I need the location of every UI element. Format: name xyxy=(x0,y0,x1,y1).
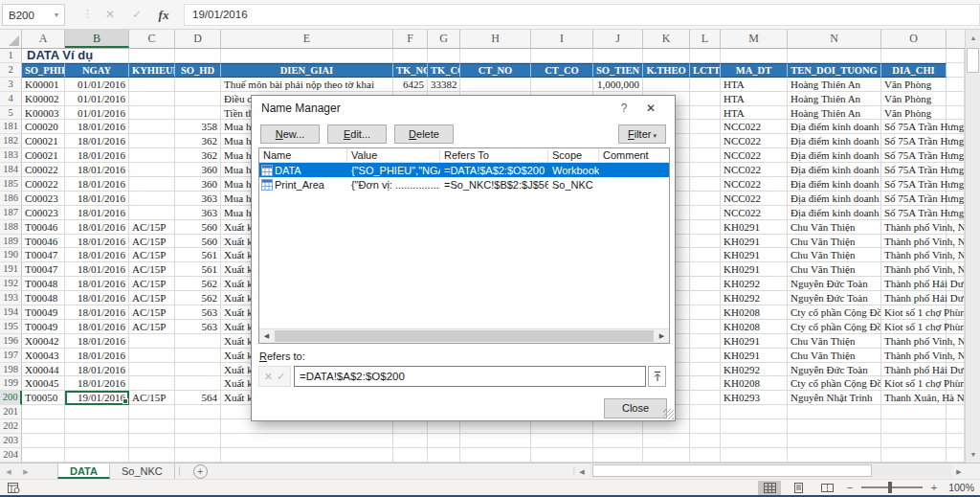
cell[interactable] xyxy=(593,419,643,434)
cell[interactable]: 18/01/2016 xyxy=(65,376,129,391)
field-header-cell[interactable]: NGAY xyxy=(65,63,129,78)
row-number[interactable]: 181 xyxy=(0,120,22,134)
name-list-column-header[interactable]: Value xyxy=(347,148,440,162)
cell[interactable]: AC/15P xyxy=(129,305,175,320)
cell[interactable]: Nguyễn Đức Toàn xyxy=(788,277,881,291)
cell[interactable]: Địa điểm kinh doanh số xyxy=(788,120,881,134)
scroll-right-icon[interactable]: ▶ xyxy=(951,463,967,479)
row-number[interactable]: 184 xyxy=(0,163,22,177)
cell[interactable] xyxy=(65,405,129,419)
field-header-cell[interactable]: SO_HD xyxy=(175,63,221,78)
cell[interactable]: 6425 xyxy=(393,78,428,92)
new-sheet-icon[interactable]: + xyxy=(193,464,208,479)
cell[interactable]: Văn Phòng xyxy=(881,92,947,106)
cell[interactable]: 18/01/2016 xyxy=(65,120,129,134)
cell[interactable] xyxy=(129,334,175,349)
cell[interactable]: HTA xyxy=(721,78,788,92)
cell[interactable]: T00050 xyxy=(22,391,65,405)
row-number[interactable]: 201 xyxy=(0,405,22,419)
cell[interactable]: Địa điểm kinh doanh số xyxy=(788,206,881,220)
cell[interactable] xyxy=(428,434,460,448)
cell[interactable] xyxy=(221,448,393,463)
cell[interactable]: 18/01/2016 xyxy=(65,163,129,177)
row-number[interactable]: 2 xyxy=(0,63,22,78)
cell[interactable] xyxy=(947,92,965,106)
cell[interactable]: 18/01/2016 xyxy=(65,148,129,163)
row-number[interactable]: 203 xyxy=(0,434,22,448)
cell[interactable] xyxy=(947,63,965,78)
cell[interactable] xyxy=(531,434,593,448)
cell[interactable] xyxy=(129,163,175,177)
zoom-out-icon[interactable]: − xyxy=(844,482,856,493)
cell[interactable] xyxy=(947,120,965,134)
cell[interactable] xyxy=(947,291,965,305)
cell[interactable]: 01/01/2016 xyxy=(65,78,129,92)
column-header[interactable]: K xyxy=(643,30,690,48)
row-number[interactable]: 186 xyxy=(0,192,22,206)
cell[interactable]: C00020 xyxy=(22,120,65,134)
cell[interactable]: KH0291 xyxy=(721,235,788,249)
field-header-cell[interactable]: TEN_DOI_TUONG xyxy=(788,63,881,78)
cell[interactable] xyxy=(129,349,175,363)
row-number[interactable]: 1 xyxy=(0,49,22,63)
cell[interactable]: 564 xyxy=(175,391,221,405)
cell[interactable]: 18/01/2016 xyxy=(65,192,129,206)
cell[interactable] xyxy=(721,49,788,63)
name-list-column-header[interactable]: Refers To xyxy=(440,148,548,162)
cell[interactable] xyxy=(690,349,721,363)
cell[interactable]: 561 xyxy=(175,262,221,277)
cell[interactable]: T00049 xyxy=(22,320,65,334)
cell[interactable]: 1,000,000 xyxy=(593,78,643,92)
zoom-level[interactable]: 100% xyxy=(946,482,974,493)
field-header-cell[interactable]: K.THEO xyxy=(643,63,690,78)
cell[interactable]: AC/15P xyxy=(129,391,175,405)
cell[interactable]: Thành phố Vinh, Nghệ xyxy=(881,248,947,262)
cell[interactable] xyxy=(690,434,721,448)
field-header-cell[interactable]: SO_PHIEU xyxy=(22,63,65,78)
cell[interactable]: X00044 xyxy=(22,363,65,377)
cell[interactable] xyxy=(393,49,428,63)
cell[interactable]: 18/01/2016 xyxy=(65,363,129,377)
cell[interactable] xyxy=(129,120,175,134)
cell[interactable] xyxy=(881,419,947,434)
cell[interactable]: 18/01/2016 xyxy=(65,305,129,320)
cell[interactable]: Thành phố Vinh, Nghệ xyxy=(881,349,947,363)
column-header[interactable]: B xyxy=(65,30,129,48)
cell[interactable] xyxy=(129,376,175,391)
row-number[interactable]: 5 xyxy=(0,106,22,121)
cell[interactable] xyxy=(129,177,175,192)
cell[interactable] xyxy=(690,320,721,334)
cell[interactable] xyxy=(129,134,175,148)
cell[interactable]: Chu Văn Thiện xyxy=(788,220,881,235)
cell[interactable]: 360 xyxy=(175,177,221,192)
tab-scroll-left-icon[interactable]: ◀ xyxy=(0,463,17,479)
row-number[interactable]: 185 xyxy=(0,177,22,192)
cell[interactable]: 562 xyxy=(175,277,221,291)
cell[interactable]: X00045 xyxy=(22,376,65,391)
row-number[interactable]: 4 xyxy=(0,92,22,106)
cell[interactable]: NCC022 xyxy=(721,192,788,206)
cell[interactable] xyxy=(22,419,65,434)
cell[interactable] xyxy=(690,92,721,106)
cell[interactable] xyxy=(129,206,175,220)
cell[interactable]: Cty cổ phần Cộng Đồng xyxy=(788,320,881,334)
field-header-cell[interactable]: KYHIEUHD xyxy=(129,63,175,78)
cell[interactable] xyxy=(947,419,965,434)
cell[interactable]: 18/01/2016 xyxy=(65,291,129,305)
row-number[interactable]: 187 xyxy=(0,206,22,220)
vertical-scrollbar-thumb[interactable] xyxy=(967,48,979,73)
cell[interactable]: KH0292 xyxy=(721,291,788,305)
refers-to-input[interactable] xyxy=(294,366,646,387)
cell[interactable]: K00002 xyxy=(22,92,65,106)
row-number[interactable]: 193 xyxy=(0,291,22,305)
cell[interactable] xyxy=(947,434,965,448)
cell[interactable]: 358 xyxy=(175,120,221,134)
cell[interactable] xyxy=(593,49,643,63)
cell[interactable]: Kiot số 1 chợ Phùng K xyxy=(881,320,947,334)
cell[interactable]: Cty cổ phần Cộng Đồng xyxy=(788,305,881,320)
cell[interactable] xyxy=(428,49,460,63)
cell[interactable]: 561 xyxy=(175,248,221,262)
formula-bar-drag-handle[interactable]: ⋮ xyxy=(82,8,92,20)
cell[interactable]: 33382 xyxy=(428,78,460,92)
cell[interactable] xyxy=(129,49,175,63)
